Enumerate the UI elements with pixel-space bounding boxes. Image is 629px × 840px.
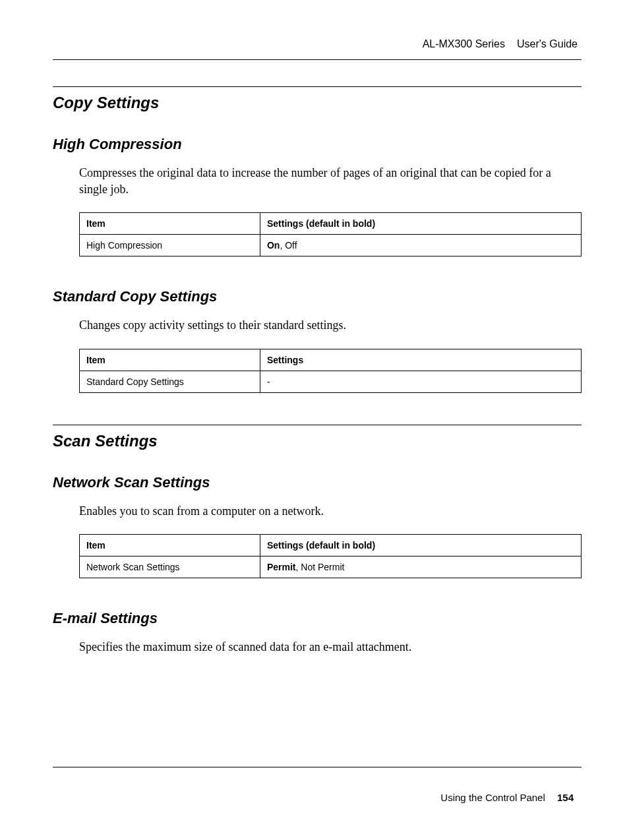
table-cell-settings: Permit, Not Permit (260, 556, 581, 578)
standard-copy-table: Item Settings Standard Copy Settings - (79, 349, 582, 393)
table-header-item: Item (80, 349, 260, 371)
table-header-settings: Settings (default in bold) (260, 213, 581, 235)
table-header-item: Item (80, 213, 260, 235)
footer-chapter: Using the Control Panel (440, 792, 545, 803)
table-row: Standard Copy Settings - (80, 371, 582, 392)
table-cell-settings: - (260, 371, 581, 392)
table-header-settings: Settings (260, 349, 581, 371)
table-cell-item: High Compression (80, 235, 260, 256)
table-header-row: Item Settings (default in bold) (80, 534, 582, 556)
default-value: On (267, 240, 280, 251)
section-copy-settings-title: Copy Settings (53, 86, 582, 112)
subsection-standard-copy-title: Standard Copy Settings (53, 288, 582, 305)
subsection-email-settings-title: E-mail Settings (53, 610, 582, 627)
table-cell-item: Network Scan Settings (80, 556, 260, 578)
subsection-high-compression-title: High Compression (53, 136, 582, 153)
table-cell-settings: On, Off (260, 235, 581, 256)
network-scan-description: Enables you to scan from a computer on a… (79, 503, 582, 520)
doc-type: User's Guide (517, 38, 578, 49)
standard-copy-description: Changes copy activity settings to their … (79, 317, 582, 334)
default-value: Permit (267, 562, 296, 572)
table-row: Network Scan Settings Permit, Not Permit (80, 556, 582, 578)
page-footer: Using the Control Panel 154 (440, 792, 574, 803)
table-header-row: Item Settings (default in bold) (80, 213, 582, 235)
page-header: AL-MX300 SeriesUser's Guide (53, 38, 582, 60)
table-cell-item: Standard Copy Settings (80, 371, 260, 392)
high-compression-description: Compresses the original data to increase… (79, 165, 582, 198)
section-scan-settings-title: Scan Settings (53, 425, 582, 450)
high-compression-table: Item Settings (default in bold) High Com… (79, 212, 582, 256)
footer-page-number: 154 (557, 792, 574, 803)
table-row: High Compression On, Off (80, 235, 582, 256)
table-header-settings: Settings (default in bold) (260, 534, 581, 556)
subsection-network-scan-title: Network Scan Settings (53, 474, 582, 491)
email-settings-description: Specifies the maximum size of scanned da… (79, 639, 582, 655)
footer-rule (53, 767, 582, 767)
page-content: Copy Settings High Compression Compresse… (53, 60, 582, 655)
other-values: , Off (280, 240, 297, 251)
table-header-item: Item (80, 534, 260, 556)
other-values: , Not Permit (296, 562, 345, 572)
table-header-row: Item Settings (80, 349, 582, 371)
network-scan-table: Item Settings (default in bold) Network … (79, 534, 582, 578)
product-name: AL-MX300 Series (423, 38, 505, 49)
